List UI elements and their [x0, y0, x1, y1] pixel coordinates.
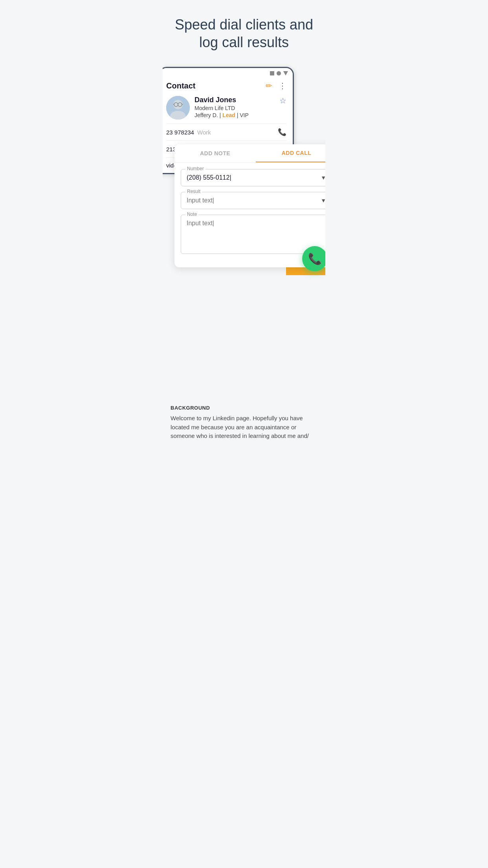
contact-company: Modern Life LTD [194, 105, 279, 111]
background-heading: BACKGROUND [171, 405, 317, 411]
hero-title: Speed dial clients and log call results [174, 16, 314, 51]
hero-section: Speed dial clients and log call results [163, 0, 325, 59]
page-title: Contact [166, 81, 195, 90]
number-input[interactable] [181, 169, 325, 186]
tabs-row: ADD NOTE ADD CALL [174, 144, 325, 163]
contact-meta: Jeffery D. | Lead | VIP [194, 112, 279, 118]
call-fab-icon: 📞 [308, 252, 322, 265]
background-text: Welcome to my Linkedin page. Hopefully y… [171, 414, 317, 441]
vip-tag: VIP [240, 112, 249, 118]
header-icons: ✏ ⋮ [266, 81, 286, 90]
number-label: Number [185, 166, 205, 171]
result-label: Result [185, 189, 202, 194]
status-bar [163, 68, 293, 77]
phone-icon-work[interactable]: 📞 [278, 128, 286, 136]
contact-name: David Jones [194, 96, 279, 104]
contact-owner: Jeffery D. [194, 112, 218, 118]
tab-add-note[interactable]: ADD NOTE [174, 144, 256, 162]
add-call-form: Number ▼ Result ▼ Note [174, 163, 325, 267]
phone-mockup: Contact ✏ ⋮ [163, 67, 325, 263]
note-field-group: Note [181, 215, 325, 256]
contact-info-section: David Jones Modern Life LTD Jeffery D. |… [163, 93, 293, 123]
status-square-icon [270, 71, 274, 75]
note-textarea[interactable] [181, 215, 325, 254]
note-label: Note [185, 211, 198, 217]
lead-tag[interactable]: Lead [222, 112, 235, 118]
tab-add-call[interactable]: ADD CALL [256, 144, 325, 162]
contact-header: Contact ✏ ⋮ [163, 77, 293, 93]
add-call-panel: ADD NOTE ADD CALL Number ▼ Result ▼ Note [174, 144, 325, 267]
svg-line-6 [173, 104, 174, 105]
status-circle-icon [277, 71, 281, 75]
avatar [166, 96, 190, 120]
contact-details: David Jones Modern Life LTD Jeffery D. |… [194, 96, 279, 118]
result-input[interactable] [181, 192, 325, 209]
star-icon[interactable]: ☆ [279, 96, 286, 105]
number-field-group: Number ▼ [181, 169, 325, 186]
separator1: | [220, 112, 223, 118]
svg-line-7 [182, 104, 183, 105]
result-field-group: Result ▼ [181, 192, 325, 209]
phone-work-number: 23 978234 Work [166, 129, 211, 136]
call-fab-button[interactable]: 📞 [302, 246, 325, 271]
edit-button[interactable]: ✏ [266, 81, 272, 90]
phone-row-work: 23 978234 Work 📞 [166, 123, 286, 140]
more-button[interactable]: ⋮ [279, 81, 286, 90]
background-section: BACKGROUND Welcome to my Linkedin page. … [163, 397, 325, 452]
status-triangle-icon [283, 71, 288, 75]
